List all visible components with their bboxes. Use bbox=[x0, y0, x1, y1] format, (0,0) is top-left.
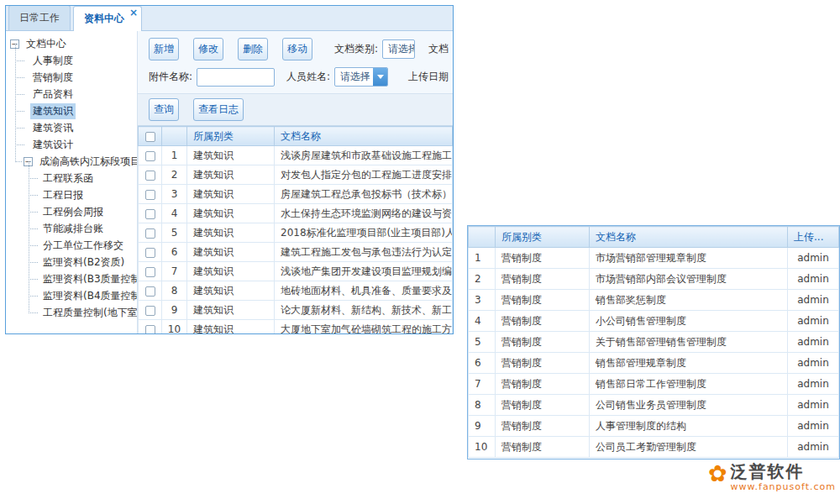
category-header: 所属别类 bbox=[187, 127, 275, 146]
tab-daily-work[interactable]: 日常工作 bbox=[8, 5, 71, 30]
row-number: 10 bbox=[469, 437, 496, 458]
tree-item[interactable]: 建筑设计 bbox=[6, 136, 137, 153]
table-row[interactable]: 8建筑知识地砖地面材料、机具准备、质量要求及... bbox=[139, 281, 453, 301]
row-docname: 浅谈房屋建筑和市政基础设施工程施工... bbox=[275, 146, 453, 165]
toolbar-row-filters: 附件名称: 人员姓名: 请选择 上传日期 bbox=[149, 67, 453, 87]
table-row[interactable]: 4营销制度小公司销售管理制度admin bbox=[469, 311, 839, 332]
table-row[interactable]: 5营销制度关于销售部管理销售管理制度admin bbox=[469, 332, 839, 353]
person-name-value: 请选择 bbox=[335, 70, 373, 84]
table-row[interactable]: 2营销制度市场营销部内部会议管理制度admin bbox=[469, 269, 839, 290]
move-button[interactable]: 移动 bbox=[282, 38, 312, 60]
tree-item[interactable]: 工程例会周报 bbox=[6, 203, 137, 220]
tree-item[interactable]: 人事制度 bbox=[6, 52, 137, 69]
tree-root-document-center[interactable]: − 文档中心 bbox=[6, 35, 137, 52]
row-uploader: admin bbox=[788, 311, 839, 332]
tree-item[interactable]: 监理资料(B2资质) bbox=[6, 254, 137, 270]
row-category: 建筑知识 bbox=[187, 223, 275, 243]
row-docname: 建筑工程施工发包与承包违法行为认定... bbox=[275, 243, 453, 262]
row-checkbox[interactable] bbox=[145, 190, 155, 200]
tree-item[interactable]: 建筑资讯 bbox=[6, 119, 137, 136]
tree-item[interactable]: 营销制度 bbox=[6, 69, 137, 86]
view-log-button[interactable]: 查看日志 bbox=[193, 98, 244, 121]
doc-category-select[interactable]: 请选择 bbox=[382, 39, 415, 59]
table-row[interactable]: 10建筑知识大厦地下室加气砼墙砌筑工程的施工方... bbox=[139, 320, 453, 334]
table-row[interactable]: 9营销制度人事管理制度的结构admin bbox=[469, 416, 839, 437]
close-icon[interactable]: × bbox=[129, 8, 138, 18]
row-number: 1 bbox=[469, 248, 496, 269]
table-row[interactable]: 10营销制度公司员工考勤管理制度admin bbox=[469, 437, 839, 458]
tree-item[interactable]: 工程质量控制(地下室) bbox=[6, 304, 137, 321]
row-docname: 大厦地下室加气砼墙砌筑工程的施工方... bbox=[275, 320, 453, 334]
row-docname: 公司销售业务员管理制度 bbox=[590, 395, 788, 416]
delete-button[interactable]: 删除 bbox=[238, 38, 268, 60]
row-checkbox-cell bbox=[139, 262, 162, 281]
tree-folder-project[interactable]: − 成渝高铁内江标段项目 bbox=[6, 153, 137, 170]
row-checkbox-cell bbox=[139, 281, 162, 301]
table-row[interactable]: 7建筑知识浅谈地产集团开发建设项目监理规划编... bbox=[139, 262, 453, 281]
table-row[interactable]: 4建筑知识水土保持生态环境监测网络的建设与资... bbox=[139, 204, 453, 223]
document-center-window: 日常工作 资料中心 × − 文档中心 人事制度营销制度产品资料建筑知识建筑资讯建… bbox=[5, 5, 454, 334]
row-checkbox[interactable] bbox=[145, 151, 155, 161]
modify-button[interactable]: 修改 bbox=[193, 38, 223, 60]
table-row[interactable]: 2建筑知识对发包人指定分包的工程施工进度安排... bbox=[139, 165, 453, 185]
table-row[interactable]: 3营销制度销售部奖惩制度admin bbox=[469, 290, 839, 311]
row-uploader: admin bbox=[788, 437, 839, 458]
row-docname: 销售部奖惩制度 bbox=[590, 290, 788, 311]
tab-data-center[interactable]: 资料中心 × bbox=[73, 6, 142, 31]
chevron-down-icon bbox=[373, 68, 387, 86]
attachment-name-input[interactable] bbox=[197, 68, 275, 87]
row-docname: 地砖地面材料、机具准备、质量要求及... bbox=[275, 281, 453, 301]
tree-item[interactable]: 工程日报 bbox=[6, 186, 137, 203]
add-button[interactable]: 新增 bbox=[149, 38, 179, 60]
row-category: 建筑知识 bbox=[187, 204, 275, 223]
docname-header: 文档名称 bbox=[275, 127, 453, 146]
row-checkbox[interactable] bbox=[145, 248, 155, 258]
table-row[interactable]: 8营销制度公司销售业务员管理制度admin bbox=[469, 395, 839, 416]
table-row[interactable]: 9建筑知识论大厦新材料、新结构、新技术、新工... bbox=[139, 301, 453, 320]
tree-item[interactable]: 监理资料(B4质量控制) bbox=[6, 287, 137, 304]
row-checkbox[interactable] bbox=[145, 267, 155, 277]
query-button[interactable]: 查询 bbox=[149, 98, 179, 121]
row-checkbox[interactable] bbox=[145, 286, 155, 297]
table-row[interactable]: 6建筑知识建筑工程施工发包与承包违法行为认定... bbox=[139, 243, 453, 262]
row-checkbox[interactable] bbox=[145, 209, 155, 219]
row-category: 营销制度 bbox=[496, 416, 590, 437]
row-checkbox[interactable] bbox=[145, 325, 155, 334]
row-number: 3 bbox=[162, 185, 187, 204]
fanpu-flower-icon: ✿ bbox=[708, 461, 727, 486]
tree-item[interactable]: 监理资料(B3质量控制) bbox=[6, 270, 137, 287]
tree-item[interactable]: 工程联系函 bbox=[6, 170, 137, 186]
row-number: 1 bbox=[162, 146, 187, 165]
tab-bar: 日常工作 资料中心 × bbox=[6, 6, 453, 31]
table-row[interactable]: 3建筑知识房屋建筑工程总承包投标书（技术标）... bbox=[139, 185, 453, 204]
row-category: 营销制度 bbox=[496, 374, 590, 395]
row-number: 6 bbox=[162, 243, 187, 262]
person-name-select[interactable]: 请选择 bbox=[334, 67, 388, 87]
row-checkbox[interactable] bbox=[145, 306, 155, 316]
brand-name: 泛普软件 bbox=[731, 461, 836, 481]
tree-item-label: 监理资料(B2资质) bbox=[40, 255, 127, 270]
row-number: 7 bbox=[162, 262, 187, 281]
document-table: 所属别类 文档名称 1建筑知识浅谈房屋建筑和市政基础设施工程施工...2建筑知识… bbox=[138, 126, 453, 333]
row-category: 建筑知识 bbox=[187, 243, 275, 262]
row-number: 8 bbox=[469, 395, 496, 416]
row-checkbox[interactable] bbox=[145, 228, 155, 239]
tree-item-label: 工程联系函 bbox=[40, 171, 96, 186]
tree-item[interactable]: 分工单位工作移交 bbox=[6, 237, 137, 254]
table-row[interactable]: 7营销制度销售部日常工作管理制度admin bbox=[469, 374, 839, 395]
table-row[interactable]: 5建筑知识2018标准化监理项目部(业主项目部)人员... bbox=[139, 223, 453, 243]
table-row[interactable]: 6营销制度销售部管理规章制度admin bbox=[469, 353, 839, 374]
row-number: 8 bbox=[162, 281, 187, 301]
table-row[interactable]: 1建筑知识浅谈房屋建筑和市政基础设施工程施工... bbox=[139, 146, 453, 165]
table-row[interactable]: 1营销制度市场营销部管理规章制度admin bbox=[469, 248, 839, 269]
row-checkbox-cell bbox=[139, 243, 162, 262]
select-all-header-cell bbox=[139, 127, 162, 146]
row-checkbox[interactable] bbox=[145, 171, 155, 181]
row-uploader: admin bbox=[788, 395, 839, 416]
tree-item[interactable]: 节能减排台账 bbox=[6, 220, 137, 237]
brand-url: www.fanpusoft.com bbox=[731, 481, 836, 492]
tree-item[interactable]: 产品资料 bbox=[6, 86, 137, 102]
tree-item[interactable]: 建筑知识 bbox=[6, 102, 137, 119]
select-all-checkbox[interactable] bbox=[145, 132, 155, 142]
uploader-header: 上传... bbox=[788, 227, 839, 248]
